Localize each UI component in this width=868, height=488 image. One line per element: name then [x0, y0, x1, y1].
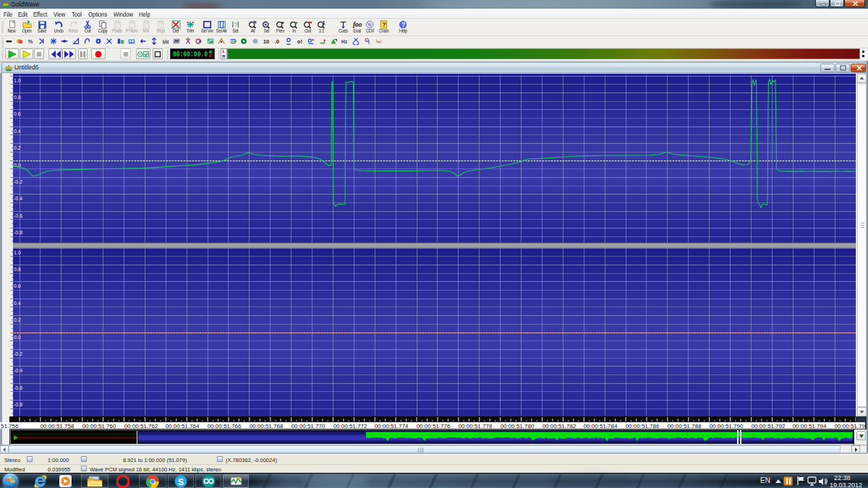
svg-text:S: S — [178, 476, 184, 487]
svg-text:?: ? — [234, 21, 237, 28]
svg-text:-0.4: -0.4 — [14, 368, 22, 373]
svg-text:-0.6: -0.6 — [14, 213, 22, 218]
svg-text:1: 1 — [323, 20, 326, 25]
svg-text:0.8: 0.8 — [14, 95, 21, 100]
svg-text:1.0: 1.0 — [14, 78, 21, 83]
svg-text:!: ! — [367, 40, 369, 45]
svg-text:0.2: 0.2 — [14, 145, 21, 150]
svg-text:1.0: 1.0 — [14, 250, 21, 255]
svg-text:-0.6: -0.6 — [14, 385, 22, 390]
svg-text:0.8: 0.8 — [14, 267, 21, 272]
svg-text:o!: o! — [297, 38, 302, 45]
svg-text:10: 10 — [263, 38, 270, 45]
svg-text:?: ? — [382, 21, 386, 28]
svg-text:foo: foo — [353, 21, 362, 28]
svg-text:0.2: 0.2 — [14, 317, 21, 322]
svg-text:%: % — [27, 38, 33, 45]
svg-text:0.4: 0.4 — [14, 129, 21, 134]
svg-text:0.6: 0.6 — [14, 283, 21, 288]
svg-text:-0.4: -0.4 — [14, 196, 22, 201]
svg-text:-0.8: -0.8 — [14, 230, 22, 235]
svg-text:0.0: 0.0 — [14, 335, 21, 340]
svg-text:-0.2: -0.2 — [14, 351, 22, 356]
svg-text:.0: .0 — [274, 38, 278, 45]
svg-text:0.4: 0.4 — [14, 301, 21, 306]
svg-text:?: ? — [401, 21, 405, 28]
svg-text:-0.2: -0.2 — [14, 179, 22, 184]
svg-text:-0.8: -0.8 — [14, 402, 22, 407]
svg-text:0.6: 0.6 — [14, 111, 21, 116]
svg-text:Hz: Hz — [341, 39, 347, 44]
